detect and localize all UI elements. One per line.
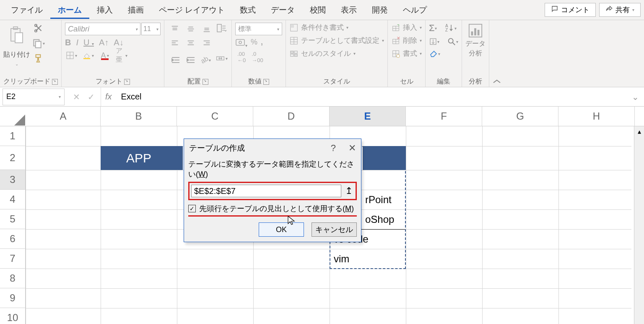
dialog-titlebar[interactable]: テーブルの作成 ? ✕ xyxy=(184,139,361,157)
dialog-launcher-icon[interactable] xyxy=(52,79,58,85)
align-middle[interactable] xyxy=(184,23,198,35)
cell-C2-partial[interactable] xyxy=(177,146,183,170)
col-header-A[interactable]: A xyxy=(26,107,101,126)
conditional-formatting-button[interactable]: 条件付き書式▾ xyxy=(289,23,384,32)
tab-home[interactable]: ホーム xyxy=(50,1,89,19)
dialog-header-checkbox-row[interactable]: ✓ 先頭行をテーブルの見出しとして使用する(M) xyxy=(188,200,357,217)
cancel-formula-button[interactable]: ✕ xyxy=(73,92,80,102)
col-header-H[interactable]: H xyxy=(558,107,635,126)
tab-developer[interactable]: 開発 xyxy=(364,1,395,19)
row-header-5[interactable]: 5 xyxy=(0,209,26,229)
data-analysis-button[interactable]: データ 分析 xyxy=(465,23,486,58)
cell-styles-button[interactable]: セルのスタイル▾ xyxy=(289,49,384,58)
vertical-scrollbar[interactable]: ▴ xyxy=(634,126,644,324)
comments-button[interactable]: コメント xyxy=(545,3,596,17)
font-color-button[interactable]: A▾ xyxy=(99,50,111,61)
autosum-button[interactable]: Σ▾ xyxy=(429,23,437,34)
scroll-up-button[interactable]: ▴ xyxy=(634,126,644,136)
col-header-G[interactable]: G xyxy=(482,107,558,126)
align-center[interactable] xyxy=(184,37,198,50)
format-cells-button[interactable]: 書式▾ xyxy=(391,49,422,58)
sort-filter-button[interactable]: AZ▾ xyxy=(444,23,457,33)
number-format-select[interactable]: 標準▾ xyxy=(235,23,282,35)
enter-formula-button[interactable]: ✓ xyxy=(88,92,95,102)
tab-file[interactable]: ファイル xyxy=(3,1,50,19)
dialog-launcher-icon[interactable] xyxy=(263,79,269,85)
tab-draw[interactable]: 描画 xyxy=(120,1,151,19)
chevron-down-icon[interactable]: ⌄ xyxy=(15,62,18,66)
fill-button[interactable]: ▾ xyxy=(429,37,439,46)
decrease-font-button[interactable]: A↓ xyxy=(114,38,123,47)
cell-B2[interactable]: APP xyxy=(101,146,177,170)
col-header-E[interactable]: E xyxy=(330,107,406,126)
wrap-text-button[interactable] xyxy=(216,23,228,34)
dialog-cancel-button[interactable]: キャンセル xyxy=(312,222,357,237)
font-name-select[interactable]: Calibri▾ xyxy=(65,23,140,35)
dialog-launcher-icon[interactable] xyxy=(203,79,208,85)
share-button[interactable]: 共有 ▾ xyxy=(599,3,641,17)
cut-button[interactable] xyxy=(33,23,44,34)
tab-review[interactable]: 校閲 xyxy=(302,1,333,19)
dialog-range-input[interactable] xyxy=(191,185,341,197)
merge-button[interactable]: ▾ xyxy=(216,53,228,64)
align-left[interactable] xyxy=(168,37,182,50)
tab-data[interactable]: データ xyxy=(263,1,302,19)
format-as-table-button[interactable]: テーブルとして書式設定▾ xyxy=(289,36,384,45)
percent-button[interactable]: % xyxy=(251,38,257,49)
formula-input[interactable]: Excel ⌄ xyxy=(116,89,644,105)
comma-button[interactable]: , xyxy=(261,38,263,49)
col-header-F[interactable]: F xyxy=(406,107,482,126)
row-header-8[interactable]: 8 xyxy=(0,269,26,288)
dialog-close-button[interactable]: ✕ xyxy=(348,143,356,154)
align-bottom[interactable] xyxy=(200,23,214,35)
tab-help[interactable]: ヘルプ xyxy=(395,1,434,19)
row-header-2[interactable]: 2 xyxy=(0,146,26,170)
row-header-3[interactable]: 3 xyxy=(0,170,26,190)
row-header-1[interactable]: 1 xyxy=(0,126,26,146)
copy-button[interactable]: ▾ xyxy=(32,38,45,49)
dialog-help-button[interactable]: ? xyxy=(331,143,336,154)
row-header-9[interactable]: 9 xyxy=(0,288,26,308)
increase-decimal-button[interactable]: .00←0 xyxy=(235,52,248,63)
collapse-ribbon-button[interactable] xyxy=(489,20,504,87)
dialog-launcher-icon[interactable] xyxy=(124,79,130,85)
name-box[interactable]: E2▾ xyxy=(3,89,65,105)
decrease-indent-button[interactable] xyxy=(169,55,182,65)
increase-indent-button[interactable] xyxy=(184,55,197,65)
range-picker-button[interactable]: ↥ xyxy=(344,186,354,196)
border-button[interactable]: ▾ xyxy=(65,50,78,61)
fx-icon[interactable]: fx xyxy=(101,92,116,102)
italic-button[interactable]: I xyxy=(76,38,78,47)
checkbox-icon[interactable]: ✓ xyxy=(188,205,196,212)
row-header-6[interactable]: 6 xyxy=(0,229,26,249)
expand-formula-bar-button[interactable]: ⌄ xyxy=(632,92,639,102)
row-header-7[interactable]: 7 xyxy=(0,249,26,269)
tab-insert[interactable]: 挿入 xyxy=(89,1,120,19)
format-painter-button[interactable] xyxy=(33,53,44,64)
tab-page-layout[interactable]: ページ レイアウト xyxy=(151,1,232,19)
fill-color-button[interactable]: ▾ xyxy=(82,50,94,61)
tab-view[interactable]: 表示 xyxy=(333,1,364,19)
delete-cells-button[interactable]: 削除▾ xyxy=(391,36,422,45)
select-all-corner[interactable] xyxy=(0,107,26,126)
col-header-C[interactable]: C xyxy=(177,107,253,126)
phonetic-button[interactable]: ア亜▾ xyxy=(115,50,128,61)
decrease-decimal-button[interactable]: .0→00 xyxy=(251,52,264,63)
insert-cells-button[interactable]: 挿入▾ xyxy=(391,23,422,32)
align-top[interactable] xyxy=(168,23,182,35)
align-right[interactable] xyxy=(200,37,214,50)
font-size-select[interactable]: 11▾ xyxy=(141,23,161,35)
row-header-4[interactable]: 4 xyxy=(0,190,26,209)
orientation-button[interactable]: ab▾ xyxy=(200,55,212,65)
clear-button[interactable]: ▾ xyxy=(429,50,440,58)
tab-formulas[interactable]: 数式 xyxy=(232,1,263,19)
underline-button[interactable]: U ▾ xyxy=(83,38,94,47)
currency-button[interactable]: ▾ xyxy=(235,38,247,49)
dialog-ok-button[interactable]: OK xyxy=(259,222,304,237)
paste-button[interactable] xyxy=(7,23,27,48)
increase-font-button[interactable]: A↑ xyxy=(99,38,109,47)
col-header-D[interactable]: D xyxy=(253,107,330,126)
find-select-button[interactable]: ▾ xyxy=(447,37,458,46)
row-header-10[interactable]: 10 xyxy=(0,308,26,324)
bold-button[interactable]: B xyxy=(65,38,71,47)
